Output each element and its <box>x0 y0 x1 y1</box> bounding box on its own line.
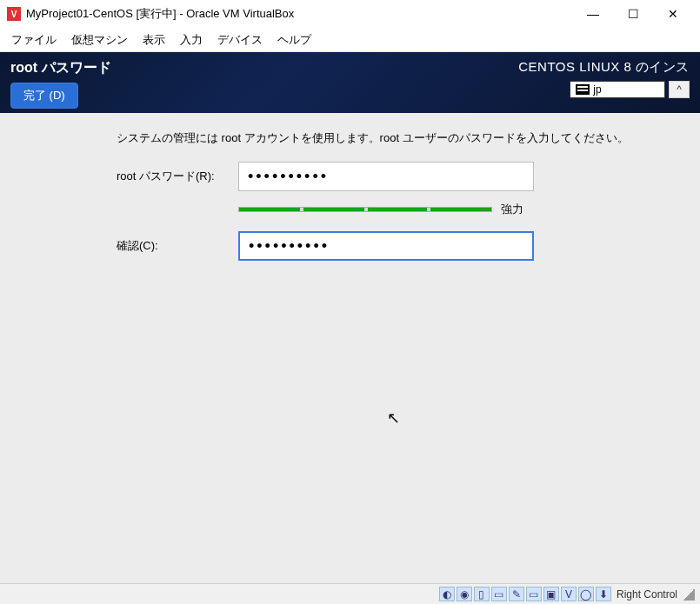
menu-machine[interactable]: 仮想マシン <box>65 30 134 50</box>
keyboard-switch-button[interactable]: ^ <box>669 81 690 98</box>
page-title: root パスワード <box>10 59 518 77</box>
strength-row: 強力 <box>238 202 688 217</box>
keyboard-layout-indicator[interactable]: jp <box>570 81 665 98</box>
root-password-input[interactable] <box>238 162 534 191</box>
menu-help[interactable]: ヘルプ <box>271 30 317 50</box>
mouse-cursor-icon: ↖ <box>387 408 400 428</box>
host-key-label: Right Control <box>617 588 677 601</box>
window-controls: — ☐ ✕ <box>573 1 693 27</box>
menu-input[interactable]: 入力 <box>174 30 209 50</box>
window-title: MyProject01-CentOS [実行中] - Oracle VM Vir… <box>26 6 573 22</box>
instruction-text: システムの管理には root アカウントを使用します。root ユーザーのパスワ… <box>117 130 688 146</box>
virtualbox-app-icon: V <box>7 7 21 21</box>
network-icon[interactable]: ▭ <box>491 587 507 601</box>
password-strength-label: 強力 <box>501 202 523 217</box>
shared-folders-icon[interactable]: ▭ <box>526 587 542 601</box>
done-button[interactable]: 完了 (D) <box>10 83 78 109</box>
menu-file[interactable]: ファイル <box>5 30 63 50</box>
password-label: root パスワード(R): <box>12 169 238 184</box>
optical-disk-icon[interactable]: ◉ <box>457 587 472 601</box>
password-strength-meter <box>238 207 492 212</box>
resize-grip-icon[interactable] <box>683 588 695 601</box>
maximize-button[interactable]: ☐ <box>613 1 653 27</box>
vm-statusbar: ◐ ◉ ▯ ▭ ✎ ▭ ▣ V ◯ ⬇ Right Control <box>0 583 700 604</box>
display-icon[interactable]: ▣ <box>543 587 559 601</box>
confirm-password-input[interactable] <box>238 231 534 261</box>
password-row: root パスワード(R): <box>12 162 688 191</box>
menubar: ファイル 仮想マシン 表示 入力 デバイス ヘルプ <box>0 28 700 52</box>
distro-title: CENTOS LINUX 8 のインス <box>518 59 690 76</box>
hard-disk-icon[interactable]: ◐ <box>439 587 455 601</box>
installer-content: システムの管理には root アカウントを使用します。root ユーザーのパスワ… <box>0 113 700 583</box>
audio-icon[interactable]: ▯ <box>474 587 490 601</box>
processor-icon[interactable]: ◯ <box>578 587 594 601</box>
mouse-integration-icon[interactable]: ⬇ <box>596 587 611 601</box>
menu-view[interactable]: 表示 <box>137 30 171 50</box>
usb-icon[interactable]: ✎ <box>509 587 524 601</box>
minimize-button[interactable]: — <box>573 1 613 27</box>
menu-devices[interactable]: デバイス <box>211 30 269 50</box>
confirm-row: 確認(C): <box>12 231 688 261</box>
keyboard-icon <box>576 84 590 95</box>
recording-icon[interactable]: V <box>561 587 577 601</box>
installer-header: root パスワード 完了 (D) CENTOS LINUX 8 のインス jp… <box>0 52 700 113</box>
close-button[interactable]: ✕ <box>653 1 693 27</box>
keyboard-layout-label: jp <box>593 83 601 96</box>
confirm-label: 確認(C): <box>12 238 238 254</box>
window-titlebar: V MyProject01-CentOS [実行中] - Oracle VM V… <box>0 0 700 28</box>
